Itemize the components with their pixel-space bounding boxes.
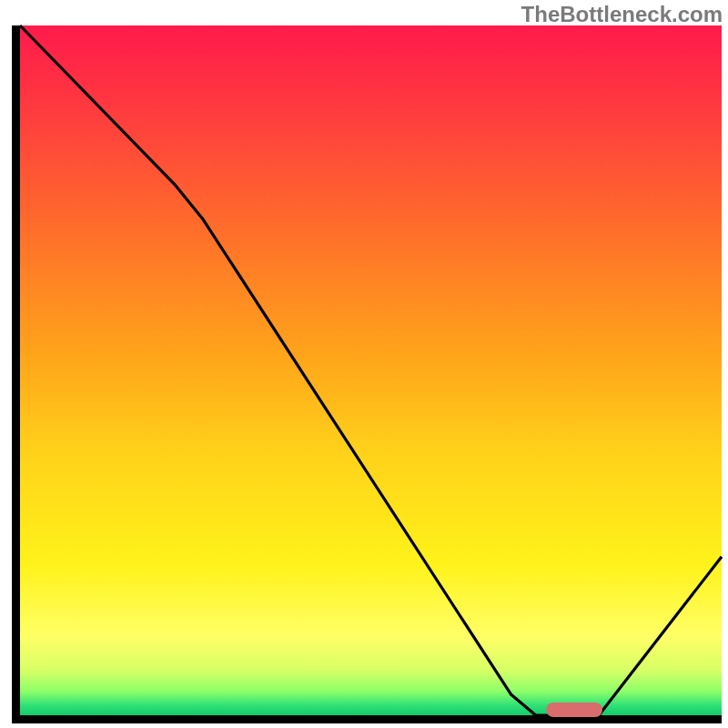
bottleneck-chart [0, 0, 728, 728]
optimal-zone-marker [546, 703, 602, 717]
chart-stage: TheBottleneck.com [0, 0, 728, 728]
plot-background [20, 25, 722, 715]
